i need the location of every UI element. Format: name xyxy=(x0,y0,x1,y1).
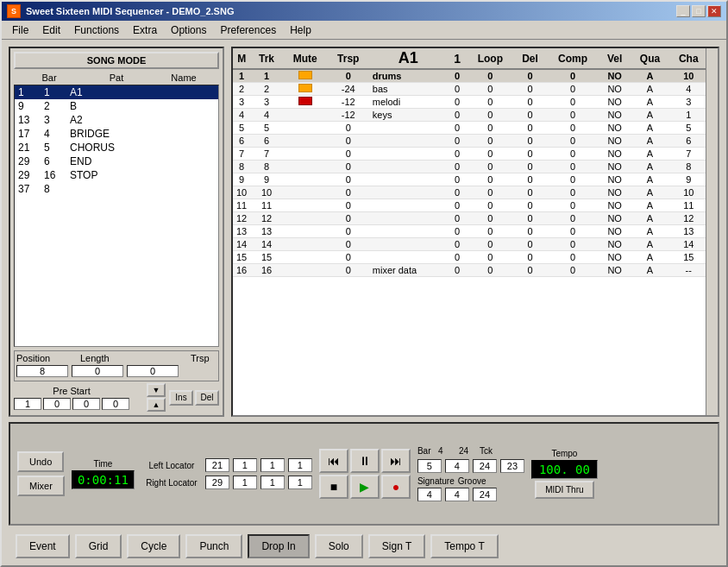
comp-val[interactable]: 0 xyxy=(513,251,546,264)
vel-val[interactable]: 0 xyxy=(547,83,599,96)
comp-val[interactable]: 0 xyxy=(513,264,546,277)
qua-val[interactable]: NO xyxy=(599,109,631,122)
song-list-item[interactable]: 174BRIDGE xyxy=(15,127,218,141)
table-row[interactable]: 16 16 0 mixer data 0 0 0 0 NO A -- xyxy=(233,264,718,277)
loop-val[interactable]: 0 xyxy=(448,251,468,264)
right-loc-val-2[interactable]: 1 xyxy=(233,476,257,489)
cha2-val[interactable]: 1 xyxy=(669,109,707,122)
bar-val-4[interactable]: 23 xyxy=(500,459,524,473)
cha-val[interactable]: A xyxy=(631,83,669,96)
song-mode-button[interactable]: SONG MODE xyxy=(14,52,219,69)
left-loc-val-4[interactable]: 1 xyxy=(288,458,312,472)
vel-val[interactable]: 0 xyxy=(547,69,599,83)
vertical-scrollbar[interactable] xyxy=(706,48,718,415)
cha-val[interactable]: A xyxy=(631,173,669,186)
menu-file[interactable]: File xyxy=(5,22,35,38)
cha-val[interactable]: A xyxy=(631,238,669,251)
song-list-item[interactable]: 11A1 xyxy=(15,85,218,99)
play-button[interactable]: ▶ xyxy=(350,475,380,499)
close-button[interactable]: ✕ xyxy=(707,5,721,17)
mute-cell[interactable] xyxy=(283,109,328,122)
track-name[interactable]: keys xyxy=(369,109,448,122)
comp-val[interactable]: 0 xyxy=(513,212,546,225)
track-name[interactable] xyxy=(369,251,448,264)
cha2-val[interactable]: 8 xyxy=(669,161,707,173)
bar-val-2[interactable]: 4 xyxy=(445,459,469,473)
loop-val[interactable]: 0 xyxy=(448,161,468,173)
table-row[interactable]: 6 6 0 0 0 0 0 NO A 6 xyxy=(233,135,718,148)
mute-cell[interactable] xyxy=(283,83,328,96)
cha2-val[interactable]: 11 xyxy=(669,199,707,212)
mute-cell[interactable] xyxy=(283,225,328,238)
comp-val[interactable]: 0 xyxy=(513,186,546,199)
del-val[interactable]: 0 xyxy=(467,212,513,225)
track-name[interactable] xyxy=(369,135,448,148)
right-loc-val-3[interactable]: 1 xyxy=(260,476,285,489)
trsp-val[interactable]: 0 xyxy=(328,161,369,173)
comp-val[interactable]: 0 xyxy=(513,135,546,148)
track-name[interactable] xyxy=(369,199,448,212)
loop-val[interactable]: 0 xyxy=(448,264,468,277)
trsp-val[interactable]: 0 xyxy=(328,135,369,148)
track-name[interactable] xyxy=(369,122,448,135)
mute-cell[interactable] xyxy=(283,264,328,277)
track-name[interactable]: mixer data xyxy=(369,264,448,277)
comp-val[interactable]: 0 xyxy=(513,199,546,212)
del-val[interactable]: 0 xyxy=(467,135,513,148)
track-name[interactable] xyxy=(369,238,448,251)
bar-val-1[interactable]: 5 xyxy=(417,459,442,473)
mute-cell[interactable] xyxy=(283,212,328,225)
cha2-val[interactable]: 12 xyxy=(669,212,707,225)
song-list-item[interactable]: 378 xyxy=(15,182,218,196)
del-val[interactable]: 0 xyxy=(467,69,513,83)
mute-cell[interactable] xyxy=(283,251,328,264)
del-val[interactable]: 0 xyxy=(467,173,513,186)
right-loc-val-1[interactable]: 29 xyxy=(205,476,229,489)
qua-val[interactable]: NO xyxy=(599,161,631,173)
tempo-t-button[interactable]: Tempo T xyxy=(430,534,498,558)
vel-val[interactable]: 0 xyxy=(547,135,599,148)
vel-val[interactable]: 0 xyxy=(547,161,599,173)
vel-val[interactable]: 0 xyxy=(547,212,599,225)
qua-val[interactable]: NO xyxy=(599,69,631,83)
loop-val[interactable]: 0 xyxy=(448,109,468,122)
track-name[interactable]: drums xyxy=(369,69,448,83)
cha-val[interactable]: A xyxy=(631,148,669,161)
menu-options[interactable]: Options xyxy=(164,22,213,38)
trsp-val[interactable]: 0 xyxy=(328,199,369,212)
table-row[interactable]: 14 14 0 0 0 0 0 NO A 14 xyxy=(233,238,718,251)
drop-in-button[interactable]: Drop In xyxy=(248,534,309,558)
vel-val[interactable]: 0 xyxy=(547,96,599,109)
table-row[interactable]: 9 9 0 0 0 0 0 NO A 9 xyxy=(233,173,718,186)
loop-val[interactable]: 0 xyxy=(448,199,468,212)
del-val[interactable]: 0 xyxy=(467,199,513,212)
track-name[interactable] xyxy=(369,225,448,238)
mixer-button[interactable]: Mixer xyxy=(17,476,65,496)
vel-val[interactable]: 0 xyxy=(547,109,599,122)
loop-val[interactable]: 0 xyxy=(448,122,468,135)
del-button[interactable]: Del xyxy=(195,390,219,406)
table-row[interactable]: 7 7 0 0 0 0 0 NO A 7 xyxy=(233,148,718,161)
cha-val[interactable]: A xyxy=(631,212,669,225)
cha-val[interactable]: A xyxy=(631,264,669,277)
menu-extra[interactable]: Extra xyxy=(126,22,164,38)
fast-forward-button[interactable]: ⏭ xyxy=(381,449,411,473)
cha-val[interactable]: A xyxy=(631,109,669,122)
table-row[interactable]: 3 3 -12 melodi 0 0 0 0 NO A 3 xyxy=(233,96,718,109)
down-arrow-button[interactable]: ▼ xyxy=(147,383,166,397)
comp-val[interactable]: 0 xyxy=(513,148,546,161)
track-name[interactable] xyxy=(369,148,448,161)
trsp-val[interactable]: 0 xyxy=(328,251,369,264)
song-list[interactable]: 11A192B133A2174BRIDGE215CHORUS296END2916… xyxy=(14,85,219,347)
menu-functions[interactable]: Functions xyxy=(67,22,126,38)
cha2-val[interactable]: 13 xyxy=(669,225,707,238)
del-val[interactable]: 0 xyxy=(467,251,513,264)
sig-val-1[interactable]: 4 xyxy=(417,488,442,501)
pre-val-3[interactable]: 0 xyxy=(72,398,100,410)
table-row[interactable]: 2 2 -24 bas 0 0 0 0 NO A 4 xyxy=(233,83,718,96)
qua-val[interactable]: NO xyxy=(599,135,631,148)
trsp-val[interactable]: 0 xyxy=(328,238,369,251)
cha2-val[interactable]: 7 xyxy=(669,148,707,161)
pos-val-2[interactable]: 0 xyxy=(72,365,123,377)
sig-val-2[interactable]: 4 xyxy=(445,488,469,501)
